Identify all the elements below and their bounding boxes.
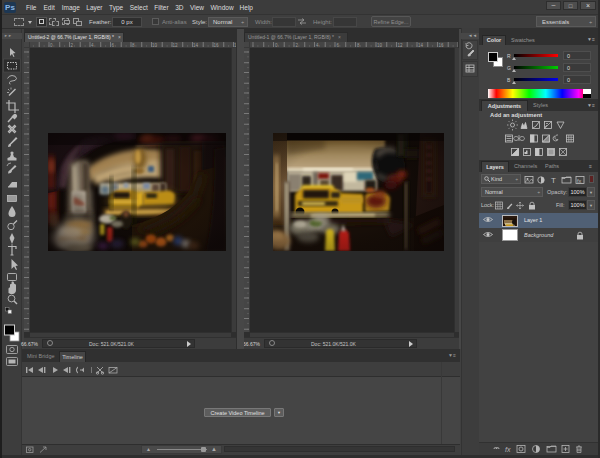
svg-text:T: T bbox=[551, 176, 556, 185]
svg-text:fx: fx bbox=[505, 446, 511, 453]
svg-text:fx: fx bbox=[577, 177, 582, 183]
